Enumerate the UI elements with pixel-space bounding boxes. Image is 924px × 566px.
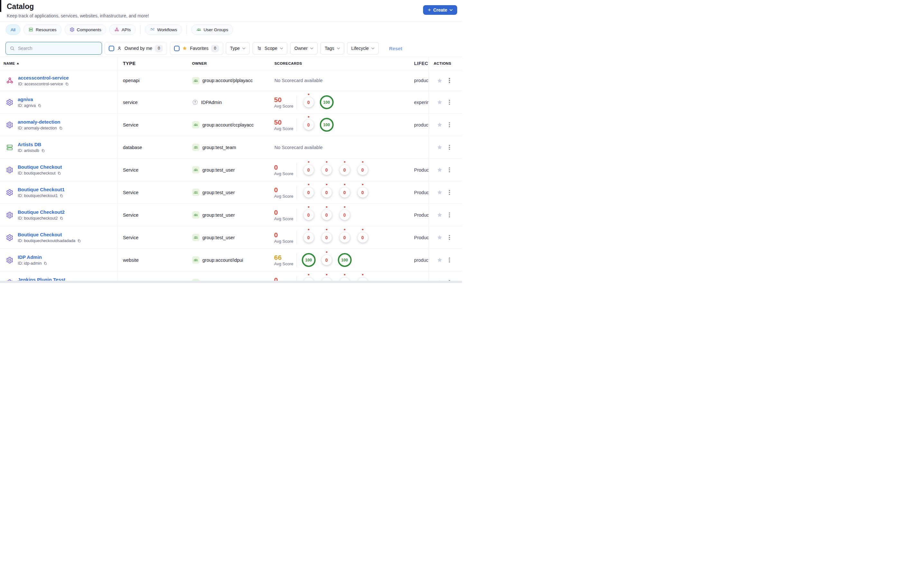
reset-filters-button[interactable]: Reset <box>389 46 402 51</box>
tab-workflows[interactable]: Workflows <box>145 24 182 35</box>
tab-all[interactable]: All <box>6 24 20 35</box>
copy-id-button[interactable] <box>77 239 81 243</box>
scorecard-badge[interactable]: 0 <box>303 164 314 175</box>
owned-by-me-checkbox[interactable] <box>109 46 114 51</box>
horizontal-scrollbar[interactable] <box>0 281 462 283</box>
create-button[interactable]: + Create <box>423 5 457 15</box>
entity-name-link[interactable]: Boutique Checkout2 <box>18 209 64 215</box>
tags-filter-dropdown[interactable]: Tags <box>321 42 344 54</box>
copy-id-button[interactable] <box>57 171 61 175</box>
favorite-star-button[interactable] <box>436 189 443 196</box>
entity-name-link[interactable]: Jenkins Plugin Tesst <box>18 277 65 281</box>
scorecard-badge[interactable]: 0 <box>321 232 332 243</box>
row-menu-button[interactable] <box>447 256 452 264</box>
scorecard-badge[interactable]: 0 <box>339 187 350 198</box>
entity-name-link[interactable]: Boutique Checkout <box>18 232 81 238</box>
alert-dot <box>344 274 345 275</box>
favorite-star-button[interactable] <box>436 99 443 105</box>
scorecard-badge[interactable]: 100 <box>320 118 334 132</box>
copy-id-button[interactable] <box>59 126 63 130</box>
scorecard-badge[interactable]: 0 <box>303 97 314 108</box>
entity-name-link[interactable]: IDP Admin <box>18 254 47 260</box>
actions-cell <box>429 159 462 181</box>
scorecard-badges: 0100 <box>300 115 336 135</box>
owner-cell: group:test_user <box>192 271 274 281</box>
entity-id-line: ID: boutiquecheckoutdsadadada <box>18 239 81 243</box>
scorecard-badge-value: 0 <box>325 167 328 173</box>
scorecard-badge[interactable]: 0 <box>321 164 332 175</box>
row-menu-button[interactable] <box>447 166 452 174</box>
scorecard-badge[interactable]: 0 <box>357 187 368 198</box>
tab-label: Resources <box>36 27 57 32</box>
owner-label: group:test_user <box>202 235 235 240</box>
scorecard-badge[interactable]: 100 <box>320 95 334 109</box>
favorite-star-button[interactable] <box>436 212 443 218</box>
favorite-star-button[interactable] <box>436 167 443 173</box>
scorecard-badge[interactable]: 0 <box>339 277 350 281</box>
scorecard-badge[interactable]: 0 <box>339 209 350 220</box>
scorecard-badge[interactable]: 0 <box>339 164 350 175</box>
favorite-star-button[interactable] <box>436 122 443 128</box>
row-menu-button[interactable] <box>447 77 452 84</box>
row-menu-button[interactable] <box>447 144 452 151</box>
entity-name-block: Boutique Checkout1ID: boutiquecheckout1 <box>18 187 64 198</box>
entity-name-link[interactable]: Boutique Checkout1 <box>18 187 64 193</box>
scorecard-badge[interactable]: 0 <box>303 277 314 281</box>
owner-filter-dropdown[interactable]: Owner <box>290 42 318 54</box>
scorecard-badge-slot: 0 <box>336 182 354 203</box>
scorecard-badge-slot: 0 <box>318 205 336 225</box>
scorecard-badge[interactable]: 100 <box>338 253 352 267</box>
favorite-star-button[interactable] <box>436 144 443 151</box>
entity-name-link[interactable]: agniva <box>18 96 42 102</box>
lifecycle-filter-dropdown[interactable]: Lifecycle <box>347 42 379 54</box>
row-menu-button[interactable] <box>447 121 452 129</box>
scorecard-badge[interactable]: 0 <box>357 232 368 243</box>
copy-id-button[interactable] <box>44 262 47 265</box>
entity-name-link[interactable]: Artists DB <box>18 142 45 148</box>
search-input[interactable] <box>17 45 98 51</box>
favorite-star-button[interactable] <box>436 234 443 241</box>
copy-id-button[interactable] <box>60 194 63 198</box>
scorecard-badge[interactable]: 0 <box>321 255 332 265</box>
scorecard-badge[interactable]: 0 <box>339 232 350 243</box>
tab-resources[interactable]: Resources <box>24 24 62 35</box>
scorecard-badge[interactable]: 0 <box>303 119 314 130</box>
owned-by-me-filter[interactable]: Owned by me 0 <box>105 42 167 55</box>
row-menu-button[interactable] <box>447 189 452 196</box>
avg-score-block: 0Avg Score <box>274 186 296 199</box>
entity-name-link[interactable]: accesscontrol-service <box>18 75 69 81</box>
column-header-name[interactable]: NAME <box>0 57 118 70</box>
copy-id-button[interactable] <box>38 104 42 108</box>
scorecard-badge[interactable]: 0 <box>303 232 314 243</box>
row-menu-button[interactable] <box>447 98 452 106</box>
copy-id-button[interactable] <box>41 149 45 153</box>
entity-id-line: ID: idp-admin <box>18 261 47 266</box>
favorite-star-button[interactable] <box>436 78 443 84</box>
row-menu-button[interactable] <box>447 211 452 219</box>
tab-user-groups[interactable]: User Groups <box>191 24 233 35</box>
copy-id-button[interactable] <box>65 82 69 86</box>
copy-id-button[interactable] <box>60 216 63 220</box>
favorites-filter[interactable]: Favorites 0 <box>170 42 223 55</box>
scorecards-cell: 66Avg Score1000100 <box>274 249 399 271</box>
table-row: Boutique Checkout1ID: boutiquecheckout1S… <box>0 181 462 204</box>
scope-filter-dropdown[interactable]: Scope <box>252 42 287 54</box>
favorites-checkbox[interactable] <box>174 46 180 51</box>
type-filter-dropdown[interactable]: Type <box>226 42 250 54</box>
scorecard-badge[interactable]: 0 <box>357 277 368 281</box>
scorecard-badge[interactable]: 0 <box>321 209 332 220</box>
tab-components[interactable]: Components <box>64 24 106 35</box>
tab-apis[interactable]: APIs <box>110 24 136 35</box>
alert-dot <box>344 184 345 185</box>
scorecard-badge[interactable]: 0 <box>303 209 314 220</box>
scorecard-badge[interactable]: 0 <box>303 187 314 198</box>
scorecard-badge[interactable]: 0 <box>357 164 368 175</box>
scorecard-badge[interactable]: 100 <box>302 253 316 267</box>
entity-name-link[interactable]: anomaly-detection <box>18 119 63 125</box>
scorecard-badge[interactable]: 0 <box>321 277 332 281</box>
scorecard-badge[interactable]: 0 <box>321 187 332 198</box>
entity-name-link[interactable]: Boutique Checkout <box>18 164 62 170</box>
favorite-star-button[interactable] <box>436 257 443 263</box>
row-menu-button[interactable] <box>447 234 452 241</box>
scorecard-badges: 0000 <box>300 273 372 281</box>
